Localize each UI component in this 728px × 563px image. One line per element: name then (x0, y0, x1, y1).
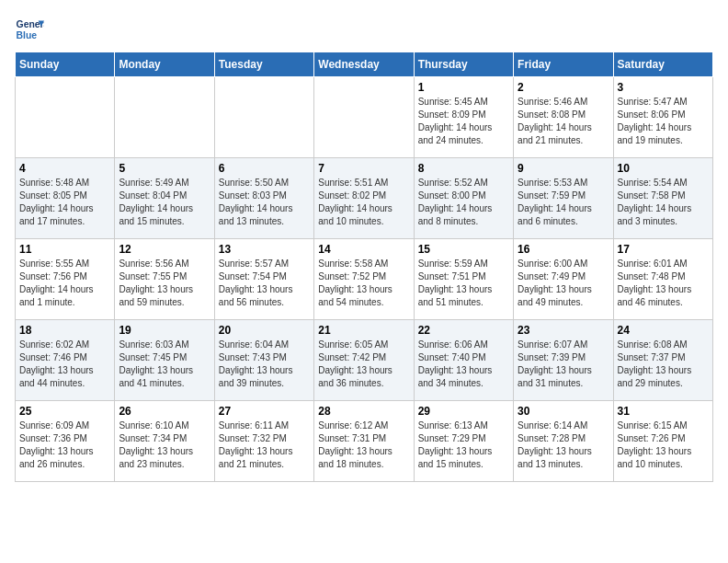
calendar-cell (16, 77, 115, 158)
calendar-cell: 31Sunrise: 6:15 AM Sunset: 7:26 PM Dayli… (613, 401, 712, 482)
day-info: Sunrise: 6:11 AM Sunset: 7:32 PM Dayligh… (219, 419, 310, 471)
calendar-cell: 10Sunrise: 5:54 AM Sunset: 7:58 PM Dayli… (613, 158, 712, 239)
day-info: Sunrise: 6:14 AM Sunset: 7:28 PM Dayligh… (518, 419, 609, 471)
day-number: 13 (219, 243, 310, 256)
day-number: 12 (119, 243, 210, 256)
calendar-cell: 12Sunrise: 5:56 AM Sunset: 7:55 PM Dayli… (115, 239, 214, 320)
day-info: Sunrise: 6:10 AM Sunset: 7:34 PM Dayligh… (119, 419, 210, 471)
logo-icon: General Blue (15, 15, 44, 44)
calendar-cell: 17Sunrise: 6:01 AM Sunset: 7:48 PM Dayli… (613, 239, 712, 320)
calendar-cell: 29Sunrise: 6:13 AM Sunset: 7:29 PM Dayli… (414, 401, 513, 482)
day-number: 2 (518, 81, 609, 94)
calendar-cell: 3Sunrise: 5:47 AM Sunset: 8:06 PM Daylig… (613, 77, 712, 158)
calendar-cell: 28Sunrise: 6:12 AM Sunset: 7:31 PM Dayli… (314, 401, 414, 482)
calendar-cell: 27Sunrise: 6:11 AM Sunset: 7:32 PM Dayli… (214, 401, 313, 482)
svg-text:Blue: Blue (17, 30, 38, 40)
calendar-table: SundayMondayTuesdayWednesdayThursdayFrid… (15, 52, 713, 482)
day-of-week-header: Wednesday (314, 52, 414, 77)
day-info: Sunrise: 5:58 AM Sunset: 7:52 PM Dayligh… (318, 258, 409, 309)
calendar-cell: 6Sunrise: 5:50 AM Sunset: 8:03 PM Daylig… (214, 158, 313, 239)
day-of-week-header: Friday (514, 52, 613, 77)
page-header: General Blue (15, 15, 713, 44)
day-number: 10 (618, 162, 709, 175)
day-info: Sunrise: 6:01 AM Sunset: 7:48 PM Dayligh… (618, 258, 709, 309)
day-info: Sunrise: 6:15 AM Sunset: 7:26 PM Dayligh… (618, 419, 709, 471)
day-number: 9 (518, 162, 609, 175)
day-info: Sunrise: 5:52 AM Sunset: 8:00 PM Dayligh… (418, 177, 509, 228)
day-info: Sunrise: 6:02 AM Sunset: 7:46 PM Dayligh… (19, 339, 110, 390)
day-number: 28 (318, 405, 409, 418)
day-number: 27 (219, 405, 310, 418)
day-number: 31 (618, 405, 709, 418)
day-info: Sunrise: 5:47 AM Sunset: 8:06 PM Dayligh… (618, 96, 709, 147)
calendar-cell: 4Sunrise: 5:48 AM Sunset: 8:05 PM Daylig… (16, 158, 115, 239)
day-of-week-header: Sunday (16, 52, 115, 77)
calendar-cell: 5Sunrise: 5:49 AM Sunset: 8:04 PM Daylig… (115, 158, 214, 239)
day-number: 11 (19, 243, 110, 256)
days-header-row: SundayMondayTuesdayWednesdayThursdayFrid… (16, 52, 713, 77)
day-number: 30 (518, 405, 609, 418)
day-info: Sunrise: 6:09 AM Sunset: 7:36 PM Dayligh… (19, 419, 110, 471)
day-info: Sunrise: 6:07 AM Sunset: 7:39 PM Dayligh… (518, 339, 609, 390)
day-info: Sunrise: 6:08 AM Sunset: 7:37 PM Dayligh… (618, 339, 709, 390)
day-number: 29 (418, 405, 509, 418)
day-info: Sunrise: 5:57 AM Sunset: 7:54 PM Dayligh… (219, 258, 310, 309)
calendar-cell: 8Sunrise: 5:52 AM Sunset: 8:00 PM Daylig… (414, 158, 513, 239)
calendar-week-row: 1Sunrise: 5:45 AM Sunset: 8:09 PM Daylig… (16, 77, 713, 158)
day-number: 22 (418, 324, 509, 337)
day-info: Sunrise: 5:46 AM Sunset: 8:08 PM Dayligh… (518, 96, 609, 147)
calendar-cell: 16Sunrise: 6:00 AM Sunset: 7:49 PM Dayli… (514, 239, 613, 320)
logo: General Blue (15, 15, 44, 44)
day-number: 23 (518, 324, 609, 337)
calendar-week-row: 4Sunrise: 5:48 AM Sunset: 8:05 PM Daylig… (16, 158, 713, 239)
day-info: Sunrise: 5:45 AM Sunset: 8:09 PM Dayligh… (418, 96, 509, 147)
day-number: 26 (119, 405, 210, 418)
day-info: Sunrise: 5:51 AM Sunset: 8:02 PM Dayligh… (318, 177, 409, 228)
calendar-cell: 30Sunrise: 6:14 AM Sunset: 7:28 PM Dayli… (514, 401, 613, 482)
calendar-week-row: 25Sunrise: 6:09 AM Sunset: 7:36 PM Dayli… (16, 401, 713, 482)
calendar-week-row: 11Sunrise: 5:55 AM Sunset: 7:56 PM Dayli… (16, 239, 713, 320)
calendar-cell: 14Sunrise: 5:58 AM Sunset: 7:52 PM Dayli… (314, 239, 414, 320)
calendar-cell: 1Sunrise: 5:45 AM Sunset: 8:09 PM Daylig… (414, 77, 513, 158)
day-info: Sunrise: 6:04 AM Sunset: 7:43 PM Dayligh… (219, 339, 310, 390)
calendar-cell: 7Sunrise: 5:51 AM Sunset: 8:02 PM Daylig… (314, 158, 414, 239)
day-number: 24 (618, 324, 709, 337)
day-of-week-header: Tuesday (214, 52, 313, 77)
calendar-cell: 21Sunrise: 6:05 AM Sunset: 7:42 PM Dayli… (314, 320, 414, 401)
day-info: Sunrise: 6:03 AM Sunset: 7:45 PM Dayligh… (119, 339, 210, 390)
day-number: 5 (119, 162, 210, 175)
calendar-cell (115, 77, 214, 158)
calendar-cell: 20Sunrise: 6:04 AM Sunset: 7:43 PM Dayli… (214, 320, 313, 401)
day-number: 16 (518, 243, 609, 256)
calendar-cell: 24Sunrise: 6:08 AM Sunset: 7:37 PM Dayli… (613, 320, 712, 401)
calendar-cell: 26Sunrise: 6:10 AM Sunset: 7:34 PM Dayli… (115, 401, 214, 482)
day-number: 25 (19, 405, 110, 418)
calendar-cell: 11Sunrise: 5:55 AM Sunset: 7:56 PM Dayli… (16, 239, 115, 320)
day-number: 6 (219, 162, 310, 175)
day-info: Sunrise: 5:48 AM Sunset: 8:05 PM Dayligh… (19, 177, 110, 228)
day-info: Sunrise: 6:00 AM Sunset: 7:49 PM Dayligh… (518, 258, 609, 309)
calendar-cell: 19Sunrise: 6:03 AM Sunset: 7:45 PM Dayli… (115, 320, 214, 401)
calendar-cell: 25Sunrise: 6:09 AM Sunset: 7:36 PM Dayli… (16, 401, 115, 482)
day-number: 20 (219, 324, 310, 337)
day-info: Sunrise: 5:49 AM Sunset: 8:04 PM Dayligh… (119, 177, 210, 228)
day-number: 1 (418, 81, 509, 94)
day-number: 18 (19, 324, 110, 337)
calendar-cell: 9Sunrise: 5:53 AM Sunset: 7:59 PM Daylig… (514, 158, 613, 239)
day-info: Sunrise: 6:06 AM Sunset: 7:40 PM Dayligh… (418, 339, 509, 390)
day-info: Sunrise: 6:12 AM Sunset: 7:31 PM Dayligh… (318, 419, 409, 471)
day-number: 3 (618, 81, 709, 94)
day-number: 8 (418, 162, 509, 175)
day-of-week-header: Saturday (613, 52, 712, 77)
calendar-cell: 13Sunrise: 5:57 AM Sunset: 7:54 PM Dayli… (214, 239, 313, 320)
calendar-cell: 2Sunrise: 5:46 AM Sunset: 8:08 PM Daylig… (514, 77, 613, 158)
day-info: Sunrise: 6:05 AM Sunset: 7:42 PM Dayligh… (318, 339, 409, 390)
day-number: 7 (318, 162, 409, 175)
day-number: 14 (318, 243, 409, 256)
day-number: 4 (19, 162, 110, 175)
day-info: Sunrise: 5:59 AM Sunset: 7:51 PM Dayligh… (418, 258, 509, 309)
day-info: Sunrise: 5:54 AM Sunset: 7:58 PM Dayligh… (618, 177, 709, 228)
calendar-cell (314, 77, 414, 158)
day-number: 21 (318, 324, 409, 337)
calendar-week-row: 18Sunrise: 6:02 AM Sunset: 7:46 PM Dayli… (16, 320, 713, 401)
